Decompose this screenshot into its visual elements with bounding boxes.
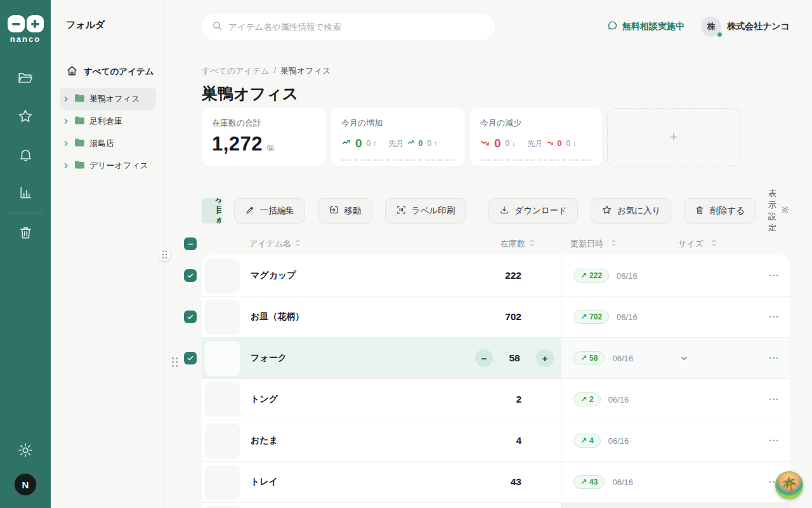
folder-item-yushima[interactable]: 湯島店 (60, 132, 156, 154)
row-checkbox[interactable] (184, 311, 197, 323)
folder-item-sugamo[interactable]: 巣鴨オフィス (60, 88, 156, 110)
delete-button[interactable]: 削除する (684, 198, 756, 224)
table-row-selected[interactable]: フォーク − 58 + ↗58 06/16 ••• (202, 338, 790, 379)
search-bar[interactable] (202, 13, 495, 40)
free-consultation-link[interactable]: 無料相談実施中 (607, 20, 684, 33)
item-qty: 4 (516, 435, 521, 446)
sidebar-divider (8, 213, 43, 213)
settings-gear-icon[interactable] (17, 442, 34, 458)
page-title: 巣鴨オフィス (202, 83, 298, 104)
column-header-name[interactable]: アイテム名 (249, 238, 301, 250)
table-row[interactable]: トレイ 43 ↗43 06/16 ••• (202, 462, 790, 503)
display-settings-button[interactable]: 表示設定 (768, 188, 790, 234)
column-header-size[interactable]: サイズ (678, 238, 717, 250)
row-menu-button[interactable]: ••• (769, 314, 780, 320)
chat-bubble-icon (607, 20, 618, 33)
breadcrumb: すべてのアイテム / 巣鴨オフィス (202, 65, 331, 77)
star-icon (601, 204, 612, 217)
increment-button[interactable]: + (536, 349, 554, 367)
item-name: トング (251, 394, 278, 405)
panel-resize-handle[interactable] (159, 248, 170, 261)
column-header-qty[interactable]: 在庫数 (501, 238, 535, 250)
folder-icon (74, 160, 85, 171)
favorites-icon[interactable] (16, 107, 34, 125)
last-month-label: 先月 (528, 138, 543, 149)
increase-sub: 0 ↑ (367, 139, 377, 148)
column-header-updated[interactable]: 更新日時 (570, 238, 617, 250)
decrease-last-value: 0 (558, 139, 562, 148)
updated-date: 06/16 (617, 271, 638, 281)
updated-date: 06/16 (608, 395, 629, 404)
breadcrumb-parent[interactable]: すべてのアイテム (202, 65, 269, 77)
table-row[interactable]: マグカップ 222 ↗222 06/16 ••• (202, 255, 790, 297)
select-all-checkbox[interactable] (184, 237, 197, 250)
item-thumbnail (205, 382, 240, 417)
analytics-icon[interactable] (16, 184, 34, 201)
folder-item-ashikaga[interactable]: 足利倉庫 (60, 110, 156, 132)
bulk-edit-button[interactable]: 一括編集 (234, 198, 305, 224)
trash-icon[interactable] (18, 225, 34, 241)
download-button[interactable]: ダウンロード (488, 198, 578, 224)
folder-panel: フォルダ すべてのアイテム 巣鴨オフィス 足利倉庫 湯島店 (51, 0, 165, 508)
label-print-button[interactable]: ラベル印刷 (385, 198, 466, 224)
folder-icon (74, 93, 85, 105)
table-row[interactable]: おたま 4 ↗4 06/16 ••• (202, 420, 790, 462)
trend-up-arrow-icon: ↗ (580, 395, 587, 404)
decrease-last-sub: 0 ↓ (566, 139, 577, 148)
app-sidebar: nanco N (0, 0, 51, 508)
app-logo[interactable]: nanco (8, 15, 44, 44)
updated-date: 06/16 (617, 312, 638, 322)
chevron-right-icon[interactable] (62, 140, 70, 147)
sort-icon (710, 239, 717, 249)
qty-change-badge: ↗702 (573, 310, 609, 324)
updated-date: 06/16 (608, 436, 629, 446)
folder-label: デリーオフィス (89, 160, 148, 171)
row-menu-button[interactable]: ••• (769, 438, 780, 444)
decrement-button[interactable]: − (475, 349, 493, 367)
row-checkbox[interactable] (184, 352, 197, 364)
row-menu-button[interactable]: ••• (769, 272, 780, 279)
favorite-button[interactable]: お気に入り (591, 198, 671, 224)
move-button[interactable]: 移動 (318, 198, 372, 224)
table-row[interactable]: トング 2 ↗2 06/16 ••• (202, 379, 790, 420)
row-menu-button[interactable]: ••• (769, 396, 780, 403)
chevron-right-icon[interactable] (62, 162, 70, 170)
qty-change-badge: ↗58 (573, 351, 605, 365)
items-table: マグカップ 222 ↗222 06/16 ••• お皿（花柄） 702 (202, 255, 790, 508)
table-row[interactable]: お皿（花柄） 702 ↗702 06/16 ••• (202, 297, 790, 338)
selection-count-chip: 3個の項目を選択中 (202, 198, 221, 224)
add-stat-card-button[interactable]: + (607, 108, 740, 166)
notifications-icon[interactable] (16, 145, 34, 163)
sort-icon (528, 239, 535, 249)
island-floating-button[interactable]: 🌴 (775, 471, 803, 499)
item-qty: 702 (505, 311, 521, 323)
qty-change-badge: ↗222 (573, 269, 609, 283)
account-menu[interactable]: 株 株式会社ナンコ (701, 17, 790, 37)
drag-handle-icon[interactable] (172, 358, 174, 359)
trend-up-arrow-icon: ↗ (580, 271, 587, 280)
item-name: マグカップ (251, 270, 296, 281)
search-icon (212, 20, 223, 34)
folders-icon[interactable] (16, 69, 34, 87)
chevron-down-icon[interactable] (679, 354, 689, 363)
stat-card-decrease: 今月の減少 0 0 ↓ 先月 0 0 ↓ (470, 108, 602, 166)
folder-label: 足利倉庫 (89, 116, 122, 127)
row-checkbox[interactable] (184, 269, 197, 282)
nav-all-items[interactable]: すべてのアイテム (66, 62, 154, 81)
search-input[interactable] (228, 22, 485, 32)
folder-item-delhi[interactable]: デリーオフィス (60, 154, 156, 177)
promo-label: 無料相談実施中 (622, 21, 684, 32)
chevron-right-icon[interactable] (62, 95, 70, 103)
company-avatar: 株 (701, 17, 721, 37)
gear-icon (780, 205, 790, 217)
quantity-stepper: − 58 + (475, 349, 554, 367)
row-menu-button[interactable]: ••• (769, 355, 780, 361)
chevron-right-icon[interactable] (62, 117, 70, 125)
item-name: お皿（花柄） (251, 311, 304, 323)
item-thumbnail (205, 341, 240, 376)
item-qty: 58 (505, 352, 524, 364)
item-name: トレイ (251, 476, 278, 488)
company-name: 株式会社ナンコ (727, 21, 790, 32)
user-avatar[interactable]: N (13, 472, 37, 497)
stats-row: 在庫数の合計 1,272 個 今月の増加 0 0 ↑ 先月 0 0 ↑ (202, 108, 740, 166)
